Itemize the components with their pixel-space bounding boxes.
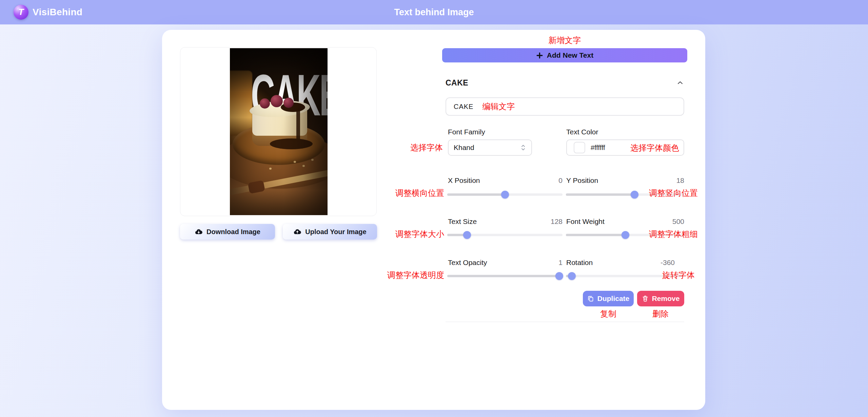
trash-icon [642, 295, 649, 302]
x-position-label: X Position [448, 176, 480, 185]
photo-chocolate-pool [270, 138, 313, 149]
annotation-duplicate: 复制 [600, 309, 616, 319]
chevron-up-icon[interactable] [676, 79, 684, 87]
photo-chocolate-drip [296, 108, 300, 142]
font-weight-value: 500 [637, 217, 684, 226]
remove-button[interactable]: Remove [637, 291, 684, 306]
color-swatch[interactable] [574, 142, 585, 153]
annotation-adjust-size: 调整字体大小 [395, 229, 444, 239]
download-image-button[interactable]: Download Image [180, 224, 275, 240]
slider-thumb[interactable] [463, 231, 471, 239]
photo-crumb [302, 165, 305, 167]
font-family-value: Khand [454, 144, 474, 152]
annotation-edit-text: 编辑文字 [482, 101, 515, 112]
text-content-input[interactable]: CAKE 编辑文字 [446, 97, 684, 116]
font-family-label: Font Family [448, 128, 485, 136]
annotation-adjust-x: 调整横向位置 [395, 188, 444, 198]
y-position-label: Y Position [566, 176, 598, 185]
font-family-select[interactable]: Khand [448, 139, 532, 156]
annotation-adjust-weight: 调整字体粗细 [649, 229, 698, 239]
color-hex-value: #ffffff [591, 144, 605, 152]
photo-glass [230, 71, 252, 136]
cloud-download-icon [195, 228, 203, 236]
plus-icon [536, 52, 543, 59]
slider-thumb[interactable] [568, 272, 576, 280]
annotation-remove: 删除 [652, 309, 669, 319]
main-card: CAKE Downlo [162, 30, 705, 410]
photo-crumb [269, 168, 272, 170]
photo-raspberry [283, 98, 294, 108]
annotation-rotate: 旋转字体 [662, 270, 695, 280]
cloud-upload-icon [293, 228, 301, 236]
text-layer-section-header[interactable]: CAKE [446, 76, 684, 90]
slider-fill [447, 193, 505, 196]
remove-label: Remove [652, 295, 680, 303]
text-color-input[interactable]: #ffffff 选择字体颜色 [566, 139, 684, 156]
annotation-adjust-y: 调整竖向位置 [649, 188, 698, 198]
upload-image-button[interactable]: Upload Your Image [283, 224, 377, 240]
panel-divider [446, 322, 684, 322]
x-position-value: 0 [515, 176, 563, 185]
slider-fill [566, 234, 625, 236]
page-title: Text behind Image [0, 7, 868, 18]
image-preview-frame: CAKE [180, 47, 377, 216]
slider-fill [566, 193, 634, 196]
text-opacity-value: 1 [515, 259, 563, 267]
x-position-slider[interactable] [447, 191, 563, 198]
text-opacity-slider[interactable] [447, 272, 563, 280]
text-size-label: Text Size [448, 217, 477, 226]
annotation-select-font: 选择字体 [410, 143, 443, 153]
copy-icon [587, 295, 594, 302]
font-weight-label: Font Weight [566, 217, 605, 226]
slider-thumb[interactable] [501, 191, 509, 198]
slider-thumb[interactable] [622, 231, 629, 239]
rotation-value: -360 [660, 259, 675, 267]
slider-thumb[interactable] [555, 272, 563, 280]
photo-crumb [294, 161, 296, 163]
preview-image: CAKE [230, 48, 328, 215]
text-size-value: 128 [515, 217, 563, 226]
annotation-adjust-opacity: 调整字体透明度 [387, 270, 444, 280]
annotation-select-color: 选择字体颜色 [630, 143, 679, 153]
text-content-value: CAKE [454, 103, 473, 111]
photo-crumb [311, 159, 314, 161]
text-layer-title: CAKE [446, 78, 468, 88]
text-opacity-label: Text Opacity [448, 259, 487, 267]
app-header: T VisiBehind Text behind Image [0, 0, 868, 24]
text-color-label: Text Color [566, 128, 598, 136]
slider-thumb[interactable] [631, 191, 638, 198]
download-image-label: Download Image [206, 228, 260, 236]
select-chevrons-icon [520, 144, 526, 151]
add-new-text-label: Add New Text [547, 51, 593, 59]
photo-raspberry [271, 95, 283, 107]
text-size-slider[interactable] [447, 231, 563, 239]
photo-raspberry [260, 98, 270, 109]
duplicate-button[interactable]: Duplicate [583, 291, 634, 306]
annotation-add-text: 新增文字 [442, 35, 687, 45]
add-new-text-button[interactable]: Add New Text [442, 48, 687, 62]
duplicate-label: Duplicate [597, 295, 630, 303]
slider-fill [447, 275, 559, 277]
upload-image-label: Upload Your Image [305, 228, 366, 236]
y-position-value: 18 [637, 176, 684, 185]
rotation-label: Rotation [566, 259, 593, 267]
